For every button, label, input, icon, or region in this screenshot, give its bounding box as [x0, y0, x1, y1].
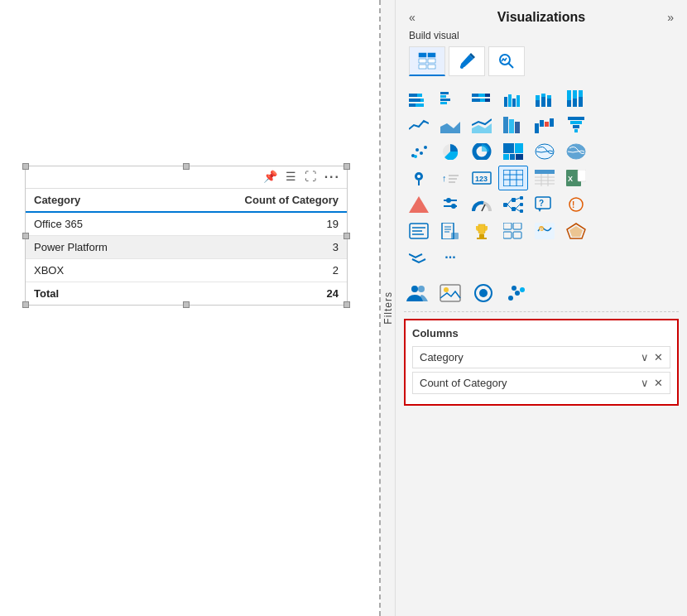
svg-point-135 — [444, 287, 449, 292]
column-field-category[interactable]: Category ∨ ✕ — [412, 346, 670, 368]
svg-rect-28 — [516, 95, 520, 107]
svg-rect-89 — [578, 170, 586, 181]
handle-bl[interactable] — [22, 301, 29, 308]
kpi-icon[interactable]: ↑ — [435, 166, 465, 190]
svg-rect-43 — [503, 117, 508, 133]
gauge-icon[interactable] — [467, 192, 497, 217]
svg-rect-50 — [568, 117, 584, 120]
scatter-icon[interactable] — [404, 139, 434, 164]
handle-rm[interactable] — [344, 233, 350, 239]
cell-count-3: 2 — [170, 259, 347, 282]
tab-analytics[interactable] — [488, 46, 525, 76]
trophy-icon[interactable] — [467, 219, 497, 243]
100-stacked-bar-icon[interactable] — [467, 86, 497, 111]
svg-point-139 — [515, 291, 520, 296]
clustered-bar-icon[interactable] — [435, 86, 465, 111]
filled-map-icon[interactable] — [561, 139, 591, 164]
svg-rect-1 — [428, 53, 435, 57]
filter-icon[interactable]: ☰ — [286, 170, 296, 185]
chevron-down-icon[interactable]: ∨ — [641, 351, 649, 363]
area-chart-icon[interactable] — [435, 113, 465, 137]
qa-icon[interactable]: ? — [530, 192, 560, 217]
svg-rect-48 — [545, 122, 549, 127]
export-icon[interactable]: X — [561, 166, 591, 190]
svg-rect-49 — [550, 118, 554, 127]
chevrons-icon[interactable] — [404, 245, 434, 270]
card-icon[interactable]: 123 — [467, 166, 497, 190]
azure-map2-icon[interactable]: P — [530, 219, 560, 243]
circle-icon[interactable] — [470, 280, 497, 306]
filters-label: Filters — [382, 291, 394, 325]
table-widget[interactable]: 📌 ☰ ⛶ ··· Category Count of Category Off… — [25, 166, 348, 306]
svg-rect-17 — [440, 99, 450, 101]
smart-narrative-icon[interactable] — [404, 219, 434, 243]
image-icon[interactable] — [437, 280, 464, 306]
pie-chart-icon[interactable] — [435, 139, 465, 164]
handle-tm[interactable] — [183, 163, 190, 170]
icon-row-3 — [404, 139, 679, 164]
handle-tl[interactable] — [22, 163, 29, 170]
decomp-tree-icon[interactable] — [498, 192, 528, 217]
svg-line-106 — [516, 209, 520, 211]
more-visuals-icon[interactable]: ··· — [435, 245, 465, 270]
nav-right[interactable]: » — [667, 11, 674, 24]
small-multiples-icon[interactable] — [498, 219, 528, 243]
svg-rect-100 — [520, 203, 523, 206]
handle-tr[interactable] — [344, 163, 350, 170]
nav-left[interactable]: « — [409, 11, 416, 24]
100-stacked-col-icon[interactable] — [561, 86, 591, 111]
tab-fields[interactable] — [409, 46, 445, 76]
column-field-count[interactable]: Count of Category ∨ ✕ — [412, 372, 670, 394]
close-icon-2[interactable]: ✕ — [654, 377, 663, 389]
columns-section: Columns Category ∨ ✕ Count of Category ∨… — [404, 319, 679, 406]
svg-rect-10 — [417, 94, 422, 97]
chevron-down-icon-2[interactable]: ∨ — [641, 377, 649, 389]
svg-line-95 — [482, 205, 485, 211]
map-icon[interactable] — [530, 139, 560, 164]
treemap-icon[interactable] — [498, 139, 528, 164]
svg-text:123: 123 — [475, 175, 488, 183]
table-icon[interactable] — [498, 166, 528, 190]
stacked-col-icon[interactable] — [530, 86, 560, 111]
svg-rect-29 — [536, 100, 540, 107]
more-icon[interactable]: ··· — [324, 170, 340, 185]
svg-rect-61 — [503, 143, 514, 153]
scatter-extra-icon[interactable] — [503, 280, 530, 306]
slicer-icon[interactable] — [435, 192, 465, 217]
ribbon-chart-icon[interactable] — [498, 113, 528, 137]
kpi-trend-icon[interactable] — [404, 192, 434, 217]
svg-rect-2 — [419, 59, 426, 63]
svg-rect-12 — [420, 99, 424, 102]
paginated-report-icon[interactable] — [435, 219, 465, 243]
funnel-icon[interactable] — [561, 113, 591, 137]
svg-text:?: ? — [539, 199, 544, 208]
people-icon[interactable] — [404, 280, 430, 306]
svg-rect-125 — [503, 232, 512, 238]
svg-marker-109 — [538, 209, 541, 212]
line-chart-icon[interactable] — [404, 113, 434, 137]
svg-point-138 — [508, 296, 513, 301]
line-stacked-icon[interactable] — [467, 113, 497, 137]
handle-lm[interactable] — [22, 233, 29, 239]
expand-icon[interactable]: ⛶ — [305, 170, 316, 185]
ai-insights-icon[interactable]: ! — [561, 192, 591, 217]
close-icon[interactable]: ✕ — [654, 351, 663, 363]
tab-format[interactable] — [449, 46, 485, 76]
matrix-icon[interactable] — [530, 166, 560, 190]
svg-point-94 — [451, 204, 456, 209]
filters-sidebar[interactable]: Filters — [381, 0, 396, 616]
column-field-actions: ∨ ✕ — [641, 351, 663, 363]
svg-rect-51 — [570, 121, 582, 124]
handle-bm[interactable] — [183, 301, 190, 308]
azure-map-icon[interactable] — [404, 166, 434, 190]
stacked-bar-icon[interactable] — [404, 86, 434, 111]
svg-point-92 — [446, 198, 451, 203]
svg-rect-122 — [477, 238, 487, 239]
svg-rect-19 — [472, 94, 478, 97]
diamond-icon[interactable] — [561, 219, 591, 243]
waterfall-icon[interactable] — [530, 113, 560, 137]
pin-icon[interactable]: 📌 — [263, 170, 277, 185]
donut-icon[interactable] — [467, 139, 497, 164]
clustered-col-icon[interactable] — [498, 86, 528, 111]
handle-br[interactable] — [344, 301, 350, 308]
